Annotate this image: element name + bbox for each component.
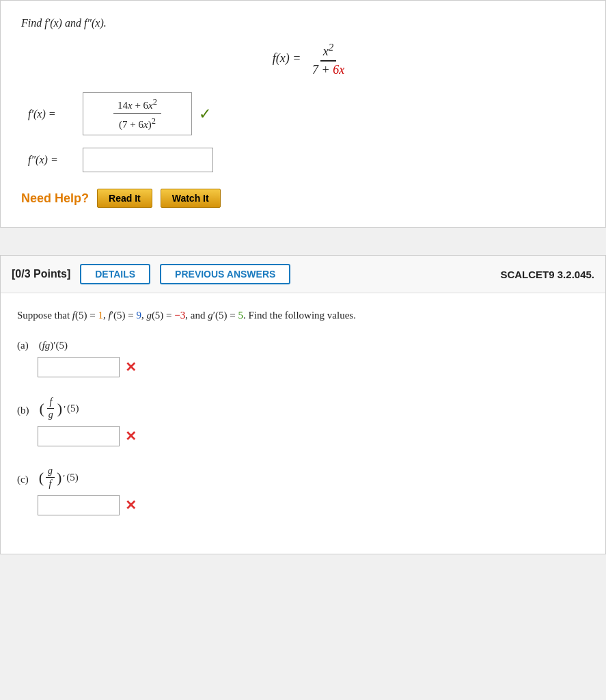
problem-2-body: Suppose that f(5) = 1, f′(5) = 9, g(5) =… [1, 293, 605, 554]
watch-it-button[interactable]: Watch It [161, 189, 221, 208]
gp5-value: 5 [238, 310, 243, 321]
need-help-row: Need Help? Read It Watch It [21, 189, 585, 208]
sub-a-label: (a) (fg)′(5) [17, 340, 589, 351]
need-help-label: Need Help? [21, 191, 89, 206]
sub-c-input[interactable] [38, 495, 120, 515]
sub-a-input[interactable] [38, 357, 120, 377]
fp5-value: 9 [136, 310, 141, 321]
g5-value: −3 [174, 310, 185, 321]
sub-b-input-row: ✕ [38, 426, 589, 446]
fdprime-label: f″(x) = [28, 154, 76, 166]
f5-value: 1 [98, 310, 103, 321]
fprime-answer-box: 14x + 6x2 (7 + 6x)2 [83, 92, 192, 135]
fprime-row: f′(x) = 14x + 6x2 (7 + 6x)2 ✓ [28, 92, 585, 135]
sub-b-frac-num: f [47, 396, 54, 409]
sub-c-input-row: ✕ [38, 495, 589, 515]
problem-divider [0, 228, 606, 255]
sub-b-fraction: f g [46, 396, 55, 420]
problem-2-section: [0/3 Points] DETAILS PREVIOUS ANSWERS SC… [0, 255, 606, 554]
fx-numerator: x2 [320, 42, 337, 62]
fdprime-row: f″(x) = [28, 148, 585, 172]
problem-1-section: Find f′(x) and f″(x). f(x) = x2 7 + 6x f… [0, 0, 606, 228]
sub-c-xmark: ✕ [125, 497, 137, 513]
fdprime-input[interactable] [83, 148, 213, 172]
sub-b-input[interactable] [38, 426, 120, 446]
problem-2-statement: Suppose that f(5) = 1, f′(5) = 9, g(5) =… [17, 307, 589, 323]
sub-b-frac-den: g [46, 409, 55, 420]
sub-a-input-row: ✕ [38, 357, 589, 377]
sub-c-frac-den: f [47, 478, 54, 489]
sub-problem-c: (c) ( g f )′(5) ✕ [17, 466, 589, 515]
details-button[interactable]: DETAILS [80, 264, 150, 284]
points-label: [0/3 Points] [12, 268, 70, 280]
fprime-denominator: (7 + 6x)2 [115, 114, 160, 131]
page-wrapper: Find f′(x) and f″(x). f(x) = x2 7 + 6x f… [0, 0, 606, 700]
read-it-button[interactable]: Read It [97, 189, 152, 208]
fprime-checkmark: ✓ [199, 105, 211, 123]
previous-answers-button[interactable]: PREVIOUS ANSWERS [160, 264, 290, 284]
fprime-fraction: 14x + 6x2 (7 + 6x)2 [113, 97, 161, 131]
fx-denominator: 7 + 6x [309, 62, 347, 77]
fprime-numerator: 14x + 6x2 [113, 97, 161, 114]
sub-c-fraction: g f [46, 466, 55, 489]
sub-c-frac-num: g [46, 466, 55, 478]
fx-denom-colored: 6x [333, 63, 344, 77]
sub-problem-a: (a) (fg)′(5) ✕ [17, 340, 589, 377]
fx-display: f(x) = x2 7 + 6x [35, 42, 585, 77]
sub-problem-b: (b) ( f g )′(5) ✕ [17, 396, 589, 446]
sub-a-xmark: ✕ [125, 359, 137, 375]
fx-label: f(x) = [273, 51, 301, 65]
points-header: [0/3 Points] DETAILS PREVIOUS ANSWERS SC… [1, 256, 605, 293]
fprime-label: f′(x) = [28, 108, 76, 120]
problem-1-statement: Find f′(x) and f″(x). [21, 17, 585, 29]
sub-b-label: (b) ( f g )′(5) [17, 396, 589, 420]
fx-fraction: x2 7 + 6x [309, 42, 347, 77]
sub-c-label: (c) ( g f )′(5) [17, 466, 589, 489]
problem-id: SCALCET9 3.2.045. [500, 269, 594, 280]
sub-b-xmark: ✕ [125, 428, 137, 444]
